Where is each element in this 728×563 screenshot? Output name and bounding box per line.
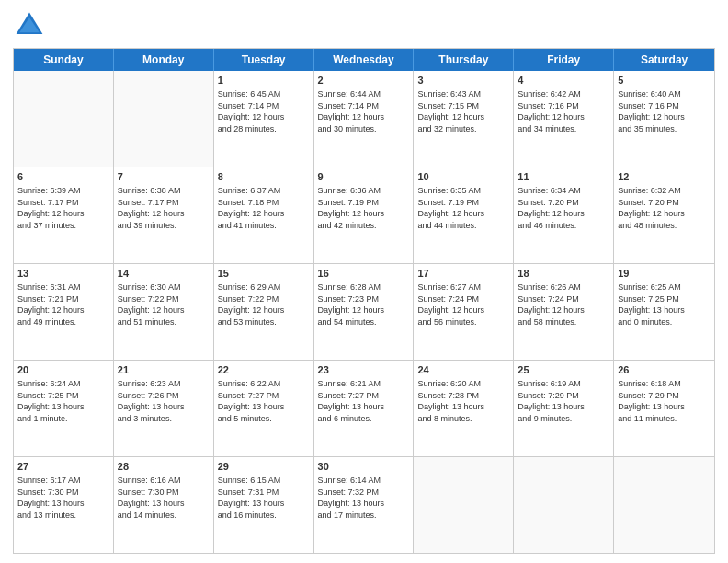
day-info: Sunrise: 6:17 AM Sunset: 7:30 PM Dayligh… (17, 476, 85, 520)
page: SundayMondayTuesdayWednesdayThursdayFrid… (0, 0, 728, 563)
calendar-day-5: 5Sunrise: 6:40 AM Sunset: 7:16 PM Daylig… (614, 71, 714, 167)
calendar-day-26: 26Sunrise: 6:18 AM Sunset: 7:29 PM Dayli… (614, 361, 714, 456)
day-number: 19 (618, 267, 711, 281)
day-number: 13 (17, 267, 109, 281)
calendar-body: 1Sunrise: 6:45 AM Sunset: 7:14 PM Daylig… (14, 71, 714, 553)
calendar-row-2: 6Sunrise: 6:39 AM Sunset: 7:17 PM Daylig… (14, 167, 714, 263)
day-info: Sunrise: 6:42 AM Sunset: 7:16 PM Dayligh… (518, 89, 585, 133)
day-number: 29 (218, 460, 310, 474)
calendar-day-7: 7Sunrise: 6:38 AM Sunset: 7:17 PM Daylig… (114, 167, 214, 263)
calendar-day-23: 23Sunrise: 6:21 AM Sunset: 7:27 PM Dayli… (314, 361, 415, 456)
day-info: Sunrise: 6:23 AM Sunset: 7:26 PM Dayligh… (118, 379, 185, 423)
header (13, 9, 715, 42)
day-info: Sunrise: 6:43 AM Sunset: 7:15 PM Dayligh… (417, 89, 484, 133)
day-number: 2 (318, 74, 410, 87)
calendar-day-11: 11Sunrise: 6:34 AM Sunset: 7:20 PM Dayli… (514, 167, 614, 263)
calendar-day-10: 10Sunrise: 6:35 AM Sunset: 7:19 PM Dayli… (414, 167, 514, 263)
calendar-day-8: 8Sunrise: 6:37 AM Sunset: 7:18 PM Daylig… (214, 167, 314, 263)
day-info: Sunrise: 6:20 AM Sunset: 7:28 PM Dayligh… (417, 379, 484, 423)
calendar-day-25: 25Sunrise: 6:19 AM Sunset: 7:29 PM Dayli… (514, 361, 614, 456)
header-day-friday: Friday (514, 49, 614, 71)
calendar-day-16: 16Sunrise: 6:28 AM Sunset: 7:23 PM Dayli… (314, 264, 415, 360)
calendar-day-2: 2Sunrise: 6:44 AM Sunset: 7:14 PM Daylig… (314, 71, 415, 167)
calendar-day-30: 30Sunrise: 6:14 AM Sunset: 7:32 PM Dayli… (314, 457, 415, 553)
calendar-day-29: 29Sunrise: 6:15 AM Sunset: 7:31 PM Dayli… (214, 457, 314, 553)
day-info: Sunrise: 6:38 AM Sunset: 7:17 PM Dayligh… (118, 186, 185, 230)
day-info: Sunrise: 6:32 AM Sunset: 7:20 PM Dayligh… (618, 186, 685, 230)
day-info: Sunrise: 6:29 AM Sunset: 7:22 PM Dayligh… (218, 282, 285, 327)
day-number: 17 (417, 267, 509, 281)
calendar-day-3: 3Sunrise: 6:43 AM Sunset: 7:15 PM Daylig… (414, 71, 514, 167)
calendar-day-6: 6Sunrise: 6:39 AM Sunset: 7:17 PM Daylig… (14, 167, 114, 263)
header-day-tuesday: Tuesday (214, 49, 314, 71)
day-number: 7 (118, 170, 210, 184)
day-info: Sunrise: 6:22 AM Sunset: 7:27 PM Dayligh… (218, 379, 285, 423)
day-info: Sunrise: 6:36 AM Sunset: 7:19 PM Dayligh… (318, 186, 385, 230)
day-info: Sunrise: 6:16 AM Sunset: 7:30 PM Dayligh… (118, 476, 185, 520)
calendar-day-9: 9Sunrise: 6:36 AM Sunset: 7:19 PM Daylig… (314, 167, 415, 263)
day-info: Sunrise: 6:18 AM Sunset: 7:29 PM Dayligh… (618, 379, 685, 423)
day-info: Sunrise: 6:25 AM Sunset: 7:25 PM Dayligh… (618, 282, 685, 327)
day-number: 26 (618, 363, 711, 377)
day-info: Sunrise: 6:14 AM Sunset: 7:32 PM Dayligh… (318, 476, 385, 520)
day-info: Sunrise: 6:35 AM Sunset: 7:19 PM Dayligh… (417, 186, 484, 230)
calendar-day-19: 19Sunrise: 6:25 AM Sunset: 7:25 PM Dayli… (614, 264, 714, 360)
day-number: 15 (218, 267, 310, 281)
calendar-day-1: 1Sunrise: 6:45 AM Sunset: 7:14 PM Daylig… (214, 71, 314, 167)
day-number: 24 (417, 363, 509, 377)
day-number: 20 (17, 363, 109, 377)
calendar-empty-cell (414, 457, 514, 553)
day-number: 25 (518, 363, 609, 377)
day-info: Sunrise: 6:34 AM Sunset: 7:20 PM Dayligh… (518, 186, 585, 230)
calendar-day-15: 15Sunrise: 6:29 AM Sunset: 7:22 PM Dayli… (214, 264, 314, 360)
logo-icon (13, 9, 46, 42)
day-number: 18 (518, 267, 609, 281)
calendar-empty-cell (514, 457, 614, 553)
day-info: Sunrise: 6:31 AM Sunset: 7:21 PM Dayligh… (17, 282, 85, 327)
day-number: 14 (118, 267, 210, 281)
day-number: 10 (417, 170, 509, 184)
day-info: Sunrise: 6:15 AM Sunset: 7:31 PM Dayligh… (218, 476, 285, 520)
calendar-header-row: SundayMondayTuesdayWednesdayThursdayFrid… (14, 49, 714, 71)
header-day-wednesday: Wednesday (314, 49, 415, 71)
day-info: Sunrise: 6:37 AM Sunset: 7:18 PM Dayligh… (218, 186, 285, 230)
day-number: 6 (17, 170, 109, 184)
calendar-day-28: 28Sunrise: 6:16 AM Sunset: 7:30 PM Dayli… (114, 457, 214, 553)
day-info: Sunrise: 6:19 AM Sunset: 7:29 PM Dayligh… (518, 379, 585, 423)
calendar-day-4: 4Sunrise: 6:42 AM Sunset: 7:16 PM Daylig… (514, 71, 614, 167)
header-day-thursday: Thursday (414, 49, 514, 71)
calendar-row-5: 27Sunrise: 6:17 AM Sunset: 7:30 PM Dayli… (14, 456, 714, 553)
day-number: 3 (417, 74, 509, 87)
day-number: 9 (318, 170, 410, 184)
header-day-sunday: Sunday (14, 49, 114, 71)
calendar-day-12: 12Sunrise: 6:32 AM Sunset: 7:20 PM Dayli… (614, 167, 714, 263)
calendar-day-21: 21Sunrise: 6:23 AM Sunset: 7:26 PM Dayli… (114, 361, 214, 456)
calendar: SundayMondayTuesdayWednesdayThursdayFrid… (13, 48, 715, 554)
logo (13, 9, 48, 42)
calendar-day-20: 20Sunrise: 6:24 AM Sunset: 7:25 PM Dayli… (14, 361, 114, 456)
day-info: Sunrise: 6:26 AM Sunset: 7:24 PM Dayligh… (518, 282, 585, 327)
day-number: 8 (218, 170, 310, 184)
day-info: Sunrise: 6:24 AM Sunset: 7:25 PM Dayligh… (17, 379, 85, 423)
day-number: 27 (17, 460, 109, 474)
calendar-empty-cell (14, 71, 114, 167)
day-number: 30 (318, 460, 410, 474)
day-number: 16 (318, 267, 410, 281)
day-number: 28 (118, 460, 210, 474)
calendar-day-22: 22Sunrise: 6:22 AM Sunset: 7:27 PM Dayli… (214, 361, 314, 456)
calendar-row-3: 13Sunrise: 6:31 AM Sunset: 7:21 PM Dayli… (14, 263, 714, 360)
day-info: Sunrise: 6:45 AM Sunset: 7:14 PM Dayligh… (218, 89, 285, 133)
calendar-day-13: 13Sunrise: 6:31 AM Sunset: 7:21 PM Dayli… (14, 264, 114, 360)
header-day-monday: Monday (114, 49, 214, 71)
day-number: 12 (618, 170, 711, 184)
calendar-day-17: 17Sunrise: 6:27 AM Sunset: 7:24 PM Dayli… (414, 264, 514, 360)
calendar-row-1: 1Sunrise: 6:45 AM Sunset: 7:14 PM Daylig… (14, 71, 714, 167)
day-info: Sunrise: 6:21 AM Sunset: 7:27 PM Dayligh… (318, 379, 385, 423)
day-info: Sunrise: 6:28 AM Sunset: 7:23 PM Dayligh… (318, 282, 385, 327)
day-number: 1 (218, 74, 310, 87)
day-info: Sunrise: 6:27 AM Sunset: 7:24 PM Dayligh… (417, 282, 484, 327)
day-number: 5 (618, 74, 711, 87)
calendar-row-4: 20Sunrise: 6:24 AM Sunset: 7:25 PM Dayli… (14, 360, 714, 456)
day-number: 22 (218, 363, 310, 377)
day-info: Sunrise: 6:30 AM Sunset: 7:22 PM Dayligh… (118, 282, 185, 327)
